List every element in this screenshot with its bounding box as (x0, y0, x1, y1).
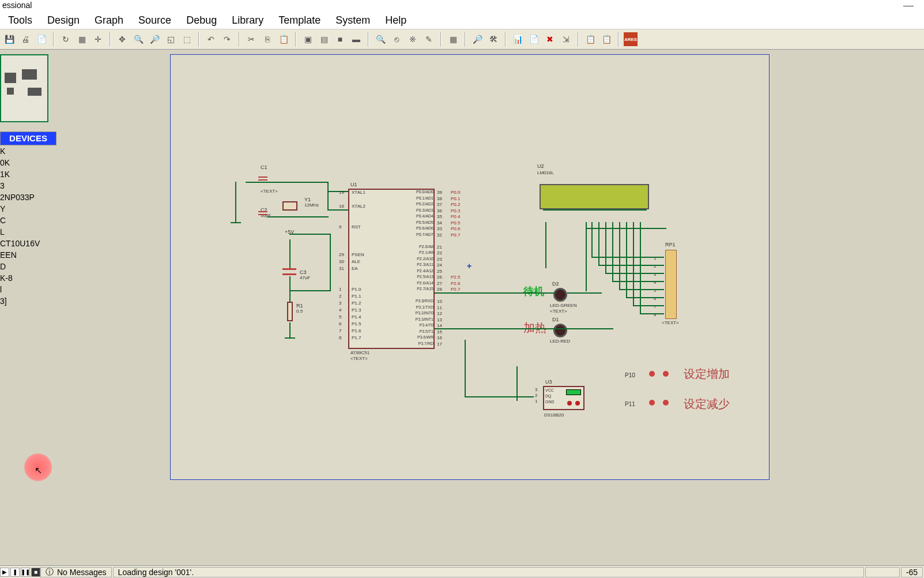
pin-name: P3.0/RXD (408, 299, 433, 303)
device-item[interactable]: Y (0, 203, 56, 215)
pin-name: P0.3/AD3 (408, 208, 433, 212)
device-item[interactable]: K-8 (0, 272, 56, 284)
search-icon[interactable]: 🔎 (470, 32, 484, 46)
zoom-fit-icon[interactable]: ◱ (164, 32, 178, 46)
device-item[interactable]: D (0, 261, 56, 272)
bus-label: P0.5 (451, 220, 460, 226)
pin-name: P1.3 (352, 307, 361, 313)
messages-panel[interactable]: ⓘ No Messages (40, 567, 112, 577)
device-item[interactable]: 3] (0, 295, 56, 307)
menu-debug[interactable]: Debug (186, 14, 217, 27)
pin-num: 5 (339, 314, 341, 320)
bom-icon[interactable]: 📋 (583, 32, 597, 46)
menu-source[interactable]: Source (138, 14, 171, 27)
pin-name: RST (352, 224, 361, 230)
paste-icon[interactable]: 📋 (277, 32, 291, 46)
pin-num: 4 (339, 307, 341, 313)
device-item[interactable]: 0K (0, 157, 56, 168)
play-button[interactable]: ▶ (0, 568, 9, 577)
cut-icon[interactable]: ✂ (244, 32, 258, 46)
c1-text: <TEXT> (261, 189, 278, 194)
print-icon[interactable]: 🖨 (18, 32, 32, 46)
pin-name: P0.1/AD1 (408, 196, 433, 200)
pin-num: 13 (437, 317, 442, 322)
block4-icon[interactable]: ▬ (349, 32, 363, 46)
cursor-icon: ↖ (35, 465, 42, 476)
messages-text: No Messages (57, 568, 107, 577)
step-button[interactable]: ❚ (10, 568, 20, 577)
bus-label: P0.2 (451, 202, 460, 207)
schematic-canvas[interactable]: C1 <TEXT> C2 30pF Y1 12MHz +5V C3 47uF R… (58, 50, 924, 565)
report-icon[interactable]: 📊 (511, 32, 525, 46)
menu-system[interactable]: System (335, 14, 370, 27)
u3-pin-dq: DQ (545, 394, 552, 398)
zoom-out-icon[interactable]: 🔎 (148, 32, 161, 46)
device-item[interactable]: CT10U16V (0, 238, 56, 249)
sidebar: DEVICES K 0K 1K 3 2NP033P Y C L CT10U16V… (0, 50, 56, 565)
pin-name: P3.6/WR (408, 335, 433, 339)
pin-name: P2.1/A9 (408, 250, 433, 254)
block-icon[interactable]: ▣ (301, 32, 315, 46)
menu-library[interactable]: Library (232, 14, 263, 27)
grid-icon[interactable]: ▦ (75, 32, 89, 46)
pin-name: PSEN (352, 252, 364, 257)
zoom-area-icon[interactable]: ⬚ (180, 32, 194, 46)
pan-icon[interactable]: ✥ (115, 32, 129, 46)
undo-icon[interactable]: ↶ (204, 32, 218, 46)
menu-template[interactable]: Template (278, 14, 320, 27)
tool-icon[interactable]: 🛠 (486, 32, 500, 46)
device-item[interactable]: EEN (0, 249, 56, 261)
device-item[interactable]: 2NP033P (0, 192, 56, 203)
zoom2-icon[interactable]: 🔍 (374, 32, 387, 46)
title-bar: essional — (0, 0, 924, 12)
block2-icon[interactable]: ▤ (317, 32, 331, 46)
resnet-rp1 (665, 250, 677, 319)
stop-button[interactable]: ■ (31, 568, 40, 577)
device-item[interactable]: L (0, 226, 56, 238)
copy-icon[interactable]: ⎘ (261, 32, 274, 46)
res-r1 (287, 302, 293, 321)
schematic-sheet: C1 <TEXT> C2 30pF Y1 12MHz +5V C3 47uF R… (170, 54, 770, 480)
u3-ref: U3 (545, 379, 552, 385)
erc-icon[interactable]: ✖ (543, 32, 557, 46)
u3-num-2: 2 (535, 393, 537, 398)
d2-text: <TEXT> (550, 309, 567, 314)
ares-icon[interactable]: ARES (624, 32, 638, 46)
menu-design[interactable]: Design (47, 14, 80, 27)
title-text: essional (2, 1, 32, 10)
menu-graph[interactable]: Graph (95, 14, 123, 27)
device-item[interactable]: K (0, 145, 56, 157)
pause-button[interactable]: ❚❚ (21, 568, 30, 577)
zoom-in-icon[interactable]: 🔍 (131, 32, 145, 46)
bom2-icon[interactable]: 📋 (599, 32, 613, 46)
pin-num: 22 (437, 250, 442, 256)
origin-icon[interactable]: ✛ (91, 32, 105, 46)
device-item[interactable]: 1K (0, 168, 56, 180)
device-item[interactable]: C (0, 215, 56, 226)
menu-help[interactable]: Help (385, 14, 406, 27)
bus-label: P0.1 (451, 196, 460, 201)
netlist-icon[interactable]: ⇲ (559, 32, 573, 46)
wand-icon[interactable]: ✎ (422, 32, 436, 46)
redo-icon[interactable]: ↷ (220, 32, 234, 46)
device-item[interactable]: 3 (0, 180, 56, 192)
block3-icon[interactable]: ■ (333, 32, 347, 46)
net-icon[interactable]: ※ (406, 32, 420, 46)
cap-c2 (258, 209, 267, 217)
page-icon[interactable]: 📄 (35, 32, 48, 46)
device-item[interactable]: l (0, 284, 56, 295)
new-sheet-icon[interactable]: 📄 (527, 32, 541, 46)
pin-name: P0.7/AD7 (408, 232, 433, 237)
device-list[interactable]: K 0K 1K 3 2NP033P Y C L CT10U16V EEN D K… (0, 145, 56, 307)
minimize-button[interactable]: — (903, 0, 914, 10)
probe-icon[interactable]: ⎋ (390, 32, 403, 46)
save-icon[interactable]: 💾 (2, 32, 16, 46)
overview-panel[interactable] (0, 54, 48, 122)
lcd-display (540, 184, 649, 209)
u1-ref: U1 (350, 182, 357, 187)
pin-name: XTAL1 (352, 190, 365, 195)
refresh-icon[interactable]: ↻ (59, 32, 73, 46)
chip-icon[interactable]: ▦ (446, 32, 460, 46)
menu-tools[interactable]: Tools (8, 14, 32, 27)
pin-num: 19 (339, 190, 344, 195)
